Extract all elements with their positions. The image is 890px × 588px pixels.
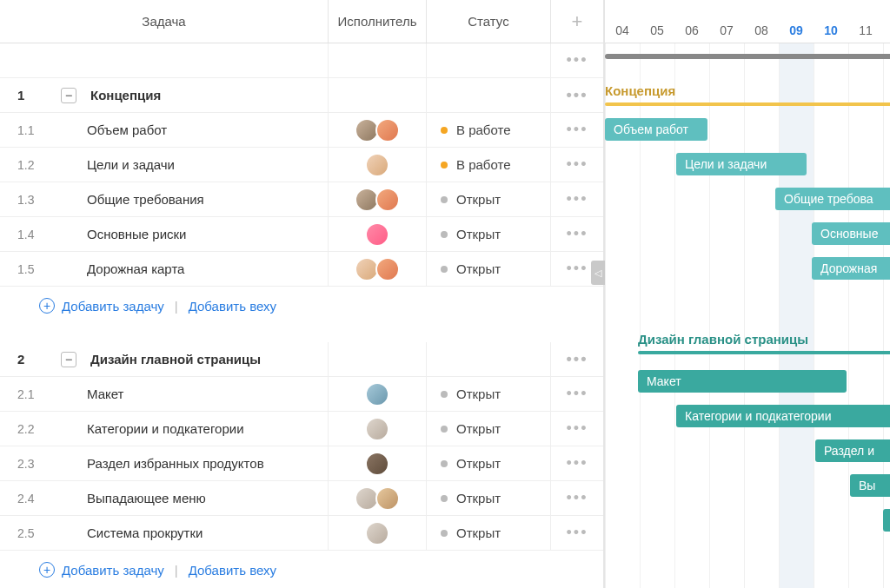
gantt-task-bar[interactable]: Объем работ [605, 118, 707, 141]
gantt-task-bar[interactable]: Дорожная [812, 257, 890, 280]
avatar[interactable] [365, 417, 389, 441]
collapse-toggle[interactable]: − [61, 88, 76, 103]
assignee-cell[interactable] [329, 252, 427, 286]
gantt-group-bar[interactable] [605, 102, 890, 106]
status-label: Открыт [456, 456, 501, 471]
gantt-task-bar[interactable]: Основные [812, 222, 890, 245]
status-dot [441, 162, 448, 168]
task-name: Дорожная карта [87, 261, 184, 276]
status-cell[interactable]: Открыт [427, 412, 551, 446]
task-row[interactable]: 2.2 Категории и подкатегории Открыт ••• [0, 412, 603, 446]
avatar[interactable] [365, 382, 389, 406]
add-milestone-link[interactable]: Добавить веху [189, 563, 276, 578]
task-row[interactable]: 1.2 Цели и задачи В работе ••• [0, 148, 603, 182]
row-actions[interactable]: ••• [551, 148, 603, 182]
plus-circle-icon[interactable]: + [39, 562, 55, 578]
assignee-cell[interactable] [329, 148, 427, 182]
timeline-day[interactable]: 07 [709, 23, 744, 43]
timeline-day[interactable]: 05 [640, 23, 674, 43]
status-cell[interactable]: Открыт [427, 516, 551, 550]
add-column-button[interactable]: + [551, 0, 603, 43]
task-name: Система прокрутки [87, 525, 203, 540]
row-actions[interactable]: ••• [551, 43, 603, 77]
avatar[interactable] [375, 118, 400, 142]
avatar[interactable] [365, 153, 389, 177]
plus-circle-icon[interactable]: + [39, 298, 55, 314]
add-task-link[interactable]: Добавить задачу [62, 299, 164, 314]
assignee-cell[interactable] [329, 516, 427, 550]
status-cell[interactable]: Открыт [427, 481, 551, 515]
add-task-link[interactable]: Добавить задачу [62, 563, 164, 578]
avatar[interactable] [365, 222, 389, 247]
gantt-task-bar[interactable] [883, 509, 890, 532]
task-row[interactable]: 2.3 Раздел избранных продуктов Открыт ••… [0, 446, 603, 481]
row-actions[interactable]: ••• [551, 377, 603, 411]
col-task: Задача [0, 0, 329, 43]
row-actions[interactable]: ••• [551, 217, 603, 251]
task-table-panel: Задача Исполнитель Статус + ••• 1 − Конц… [0, 0, 605, 588]
avatar[interactable] [365, 521, 389, 545]
timeline-day[interactable]: 08 [744, 23, 779, 43]
avatar[interactable] [365, 452, 389, 476]
row-actions[interactable]: ••• [551, 481, 603, 515]
gantt-group-bar[interactable] [638, 351, 890, 354]
row-actions[interactable]: ••• [551, 412, 603, 446]
group-row[interactable]: 2 − Дизайн главной страницы ••• [0, 342, 603, 377]
timeline-day[interactable]: 06 [674, 23, 709, 43]
row-actions[interactable]: ••• [551, 446, 603, 480]
timeline-day[interactable]: 11 [848, 23, 883, 43]
row-actions[interactable]: ••• [551, 113, 603, 147]
collapse-panel-handle[interactable]: ◁ [591, 261, 605, 285]
gantt-task-bar[interactable]: Вы [850, 474, 890, 497]
status-cell[interactable]: Открыт [427, 182, 551, 216]
collapse-toggle[interactable]: − [61, 352, 76, 367]
gantt-task-bar[interactable]: Цели и задачи [676, 153, 807, 175]
status-cell[interactable]: Открыт [427, 446, 551, 480]
assignee-cell[interactable] [329, 217, 427, 251]
row-actions[interactable]: ••• [551, 182, 603, 216]
col-assignee: Исполнитель [329, 0, 427, 43]
group-number: 1 [17, 88, 52, 102]
task-row[interactable]: 1.5 Дорожная карта Открыт ••• [0, 252, 603, 287]
status-cell[interactable]: Открыт [427, 217, 551, 251]
task-row[interactable]: 1.1 Объем работ В работе ••• [0, 113, 603, 148]
status-cell[interactable]: Открыт [427, 377, 551, 411]
assignee-cell[interactable] [329, 446, 427, 480]
add-milestone-link[interactable]: Добавить веху [189, 299, 276, 314]
task-name: Объем работ [87, 122, 167, 137]
assignee-cell[interactable] [329, 182, 427, 216]
assignee-cell[interactable] [329, 113, 427, 147]
task-number: 1.4 [17, 228, 52, 241]
status-cell[interactable]: В работе [427, 113, 551, 147]
status-dot [441, 391, 448, 398]
row-actions[interactable]: ••• [551, 516, 603, 550]
gantt-scrollbar[interactable] [605, 54, 890, 59]
task-name: Раздел избранных продуктов [87, 456, 264, 471]
task-row[interactable]: 2.4 Выпадающее меню Открыт ••• [0, 481, 603, 516]
gantt-task-bar[interactable]: Раздел и [815, 439, 890, 462]
assignee-cell[interactable] [329, 412, 427, 446]
avatar[interactable] [375, 486, 400, 511]
assignee-cell[interactable] [329, 377, 427, 411]
avatar[interactable] [375, 257, 400, 281]
task-row[interactable]: 2.1 Макет Открыт ••• [0, 377, 603, 412]
gantt-task-bar[interactable]: Макет [638, 370, 847, 393]
avatar[interactable] [375, 188, 400, 212]
timeline-day[interactable]: 10 [814, 23, 848, 43]
row-actions[interactable]: ••• [551, 342, 603, 376]
task-name: Цели и задачи [87, 157, 175, 172]
group-title: Дизайн главной страницы [90, 352, 261, 367]
row-actions[interactable]: ••• [551, 78, 603, 112]
group-row[interactable]: 1 − Концепция ••• [0, 78, 603, 113]
timeline-day[interactable]: 04 [605, 23, 640, 43]
task-row[interactable]: 2.5 Система прокрутки Открыт ••• [0, 516, 603, 551]
timeline-day[interactable]: 09 [779, 23, 814, 43]
status-cell[interactable]: В работе [427, 148, 551, 182]
spacer-row: ••• [0, 43, 603, 78]
task-row[interactable]: 1.4 Основные риски Открыт ••• [0, 217, 603, 252]
assignee-cell[interactable] [329, 481, 427, 515]
gantt-task-bar[interactable]: Категории и подкатегории [676, 405, 890, 427]
gantt-task-bar[interactable]: Общие требова [775, 188, 890, 210]
status-cell[interactable]: Открыт [427, 252, 551, 286]
task-row[interactable]: 1.3 Общие требования Открыт ••• [0, 182, 603, 217]
